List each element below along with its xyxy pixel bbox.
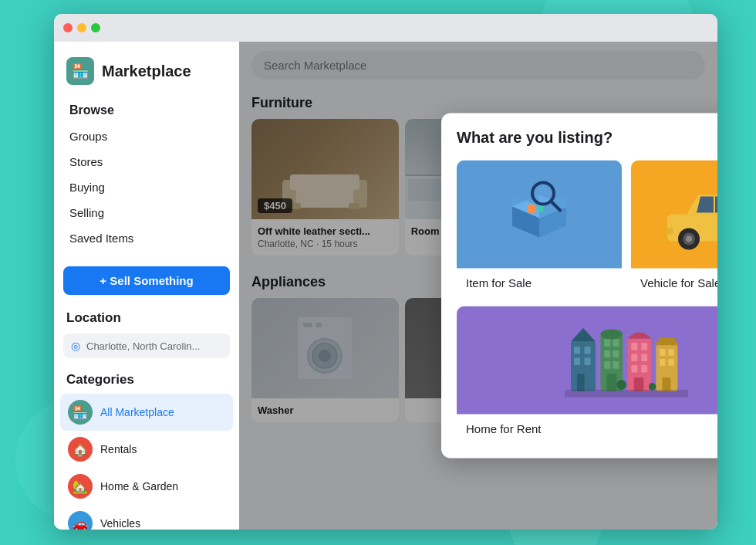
category-vehicles[interactable]: 🚗 Vehicles (60, 505, 233, 530)
category-rentals[interactable]: 🏠 Rentals (60, 431, 233, 468)
category-all-marketplace-label: All Marketplace (100, 406, 174, 418)
modal-title: What are you listing? (457, 129, 613, 147)
svg-rect-61 (656, 342, 677, 346)
sidebar-title: Marketplace (102, 63, 191, 80)
svg-rect-43 (604, 361, 610, 369)
svg-rect-36 (577, 374, 585, 391)
vehicles-icon: 🚗 (68, 511, 93, 530)
vehicle-for-sale-label: Vehicle for Sale (631, 269, 717, 297)
svg-point-18 (535, 186, 551, 201)
svg-rect-59 (668, 359, 673, 366)
home-garden-icon: 🏡 (68, 474, 93, 499)
option-vehicle-for-sale[interactable]: Vehicle for Sale (631, 161, 717, 297)
svg-rect-40 (613, 339, 619, 347)
marketplace-icon: 🏪 (66, 57, 94, 85)
rentals-icon: 🏠 (68, 437, 93, 462)
svg-rect-34 (574, 357, 580, 365)
svg-rect-32 (574, 347, 580, 354)
item-for-sale-image (457, 161, 622, 269)
item-for-sale-label: Item for Sale (457, 269, 622, 297)
svg-rect-44 (613, 361, 619, 369)
vehicle-for-sale-image (631, 161, 717, 269)
location-icon: ◎ (71, 340, 80, 352)
main-content: Furniture $450 (239, 42, 717, 530)
location-input[interactable]: ◎ Charlotte, North Carolin... (63, 333, 230, 358)
sidebar: 🏪 Marketplace Browse Groups Stores Buyin… (54, 42, 239, 530)
svg-rect-21 (537, 206, 543, 212)
category-home-garden-label: Home & Garden (100, 480, 178, 493)
close-window-button[interactable] (63, 23, 73, 32)
svg-rect-57 (668, 349, 673, 356)
categories-section-label: Categories (54, 363, 239, 391)
svg-rect-48 (631, 343, 637, 350)
svg-rect-60 (662, 377, 670, 391)
svg-rect-62 (659, 338, 676, 342)
svg-rect-63 (565, 390, 688, 398)
home-for-rent-image (457, 306, 717, 415)
svg-marker-37 (571, 328, 596, 342)
modal-options: Item for Sale (457, 161, 717, 443)
svg-rect-33 (585, 347, 591, 354)
sidebar-nav: Browse Groups Stores Buying Selling Save… (54, 97, 239, 251)
sidebar-header: 🏪 Marketplace (54, 51, 239, 97)
svg-point-25 (686, 236, 692, 242)
svg-point-20 (527, 205, 536, 214)
window-chrome (54, 14, 717, 42)
what-are-you-listing-modal: What are you listing? 1 of 3 × (441, 113, 717, 459)
svg-rect-52 (631, 365, 637, 373)
svg-point-46 (600, 330, 623, 340)
svg-rect-58 (660, 359, 665, 366)
svg-rect-56 (660, 349, 665, 356)
svg-rect-54 (634, 377, 644, 391)
svg-rect-42 (613, 350, 619, 358)
sidebar-item-saved[interactable]: Saved Items (60, 225, 233, 251)
main-window: 🏪 Marketplace Browse Groups Stores Buyin… (54, 14, 717, 530)
modal-header: What are you listing? 1 of 3 × (457, 129, 717, 147)
svg-rect-45 (606, 374, 616, 391)
all-marketplace-icon: 🏪 (68, 400, 93, 425)
sidebar-item-stores[interactable]: Stores (60, 149, 233, 174)
svg-point-65 (649, 383, 656, 391)
svg-rect-53 (641, 365, 647, 373)
category-rentals-label: Rentals (100, 443, 137, 455)
sidebar-item-groups[interactable]: Groups (60, 124, 233, 149)
minimize-window-button[interactable] (77, 23, 86, 32)
category-all-marketplace[interactable]: 🏪 All Marketplace (60, 394, 233, 431)
svg-rect-39 (604, 339, 610, 347)
sell-something-button[interactable]: + Sell Something (63, 266, 230, 295)
svg-point-64 (616, 380, 626, 390)
svg-rect-35 (585, 357, 591, 365)
sidebar-item-buying[interactable]: Buying (60, 174, 233, 200)
svg-rect-41 (604, 350, 610, 358)
category-vehicles-label: Vehicles (100, 517, 140, 530)
sidebar-item-selling[interactable]: Selling (60, 200, 233, 225)
option-home-for-rent[interactable]: Home for Rent (457, 306, 717, 443)
window-body: 🏪 Marketplace Browse Groups Stores Buyin… (54, 42, 717, 530)
category-home-garden[interactable]: 🏡 Home & Garden (60, 468, 233, 505)
svg-rect-49 (641, 343, 647, 350)
svg-rect-51 (641, 354, 647, 362)
option-item-for-sale[interactable]: Item for Sale (457, 161, 622, 297)
location-section-label: Location (54, 301, 239, 329)
categories-list: 🏪 All Marketplace 🏠 Rentals 🏡 Home & Gar… (54, 391, 239, 530)
location-value: Charlotte, North Carolin... (86, 340, 200, 352)
svg-rect-30 (666, 228, 673, 235)
browse-label: Browse (60, 97, 233, 124)
maximize-window-button[interactable] (91, 23, 100, 32)
svg-rect-50 (631, 354, 637, 362)
home-for-rent-label: Home for Rent (457, 415, 717, 443)
